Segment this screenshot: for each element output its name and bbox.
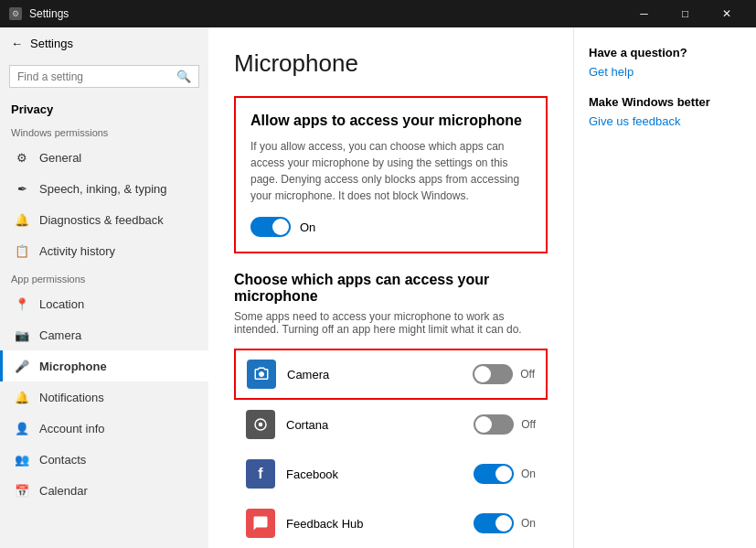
- feedbackhub-toggle[interactable]: [474, 513, 514, 533]
- activity-icon: 📋: [14, 242, 30, 259]
- camera-app-name: Camera: [287, 368, 473, 381]
- camera-toggle-row: Off: [473, 364, 535, 384]
- app-list: Camera Off Cortana: [234, 349, 548, 548]
- minimize-button[interactable]: ─: [623, 0, 665, 27]
- calendar-label: Calendar: [39, 484, 88, 498]
- cortana-app-icon: [246, 410, 275, 439]
- facebook-toggle-row: On: [474, 464, 536, 484]
- search-input[interactable]: [17, 70, 176, 83]
- choose-heading: Choose which apps can access your microp…: [234, 272, 548, 305]
- general-icon: ⚙: [14, 149, 30, 166]
- allow-toggle[interactable]: [250, 217, 291, 237]
- app-row-camera: Camera Off: [234, 349, 548, 400]
- maximize-button[interactable]: □: [665, 0, 706, 27]
- calendar-icon: 📅: [14, 482, 30, 499]
- cortana-toggle[interactable]: [474, 414, 514, 435]
- activity-label: Activity history: [39, 244, 115, 258]
- location-icon: 📍: [14, 295, 30, 312]
- app-perms-label: App permissions: [0, 266, 208, 288]
- better-label: Make Windows better: [589, 95, 741, 109]
- sidebar: ← Settings 🔍 Privacy Windows permissions…: [0, 27, 208, 548]
- sidebar-item-microphone[interactable]: 🎤 Microphone: [0, 350, 208, 381]
- allow-description: If you allow access, you can choose whic…: [250, 138, 531, 204]
- choose-description: Some apps need to access your microphone…: [234, 310, 548, 336]
- side-panel: Have a question? Get help Make Windows b…: [573, 27, 756, 548]
- allow-heading: Allow apps to access your microphone: [250, 113, 531, 129]
- feedbackhub-app-name-block: Feedback Hub: [286, 517, 474, 531]
- sidebar-item-notifications[interactable]: 🔔 Notifications: [0, 381, 208, 413]
- facebook-toggle[interactable]: [474, 464, 514, 484]
- camera-toggle-thumb: [474, 366, 491, 382]
- question-label: Have a question?: [589, 46, 741, 59]
- back-label: Settings: [30, 37, 73, 50]
- feedback-link[interactable]: Give us feedback: [589, 114, 741, 128]
- sidebar-item-activity[interactable]: 📋 Activity history: [0, 235, 208, 266]
- allow-toggle-label: On: [300, 220, 315, 234]
- choose-section: Choose which apps can access your microp…: [234, 272, 548, 548]
- microphone-nav-icon: 🎤: [14, 358, 30, 374]
- facebook-app-icon: f: [246, 459, 275, 489]
- app-icon: ⚙: [9, 7, 22, 20]
- notifications-icon: 🔔: [14, 389, 30, 405]
- search-box[interactable]: 🔍: [9, 65, 199, 88]
- feedbackhub-app-name: Feedback Hub: [286, 517, 474, 531]
- facebook-app-name: Facebook: [286, 467, 474, 481]
- diagnostics-icon: 🔔: [14, 211, 30, 228]
- main-content: Microphone Allow apps to access your mic…: [208, 27, 573, 548]
- sidebar-item-camera[interactable]: 📷 Camera: [0, 319, 208, 350]
- diagnostics-label: Diagnostics & feedback: [39, 213, 164, 227]
- speech-icon: ✒: [14, 180, 30, 197]
- camera-nav-icon: 📷: [14, 327, 30, 343]
- contacts-label: Contacts: [39, 453, 86, 467]
- camera-app-icon: [247, 360, 276, 389]
- camera-app-name-block: Camera: [287, 368, 473, 381]
- notifications-label: Notifications: [39, 391, 104, 404]
- feedbackhub-toggle-row: On: [474, 513, 536, 533]
- sidebar-item-speech[interactable]: ✒ Speech, inking, & typing: [0, 173, 208, 204]
- microphone-nav-label: Microphone: [39, 360, 107, 373]
- allow-section: Allow apps to access your microphone If …: [234, 96, 548, 253]
- facebook-app-name-block: Facebook: [286, 467, 474, 481]
- sidebar-item-calendar[interactable]: 📅 Calendar: [0, 475, 208, 506]
- svg-point-1: [259, 423, 263, 427]
- speech-label: Speech, inking, & typing: [39, 182, 166, 196]
- allow-toggle-row: On: [250, 217, 531, 237]
- location-label: Location: [39, 297, 84, 311]
- title-bar: ⚙ Settings ─ □ ✕: [0, 0, 756, 27]
- contacts-icon: 👥: [14, 451, 30, 467]
- feedbackhub-toggle-label: On: [521, 517, 536, 530]
- page-title: Microphone: [234, 49, 548, 78]
- app-row-feedbackhub: Feedback Hub On: [234, 499, 548, 548]
- back-icon: ←: [11, 37, 23, 50]
- general-label: General: [39, 151, 81, 165]
- app-row-facebook: f Facebook On: [234, 449, 548, 499]
- facebook-toggle-label: On: [521, 467, 536, 480]
- windows-perms-label: Windows permissions: [0, 120, 208, 142]
- toggle-thumb: [272, 219, 289, 235]
- close-button[interactable]: ✕: [706, 0, 747, 27]
- title-bar-title: Settings: [29, 7, 69, 20]
- sidebar-item-location[interactable]: 📍 Location: [0, 288, 208, 319]
- camera-toggle-label: Off: [520, 368, 535, 381]
- get-help-link[interactable]: Get help: [589, 65, 741, 79]
- cortana-app-name-block: Cortana: [286, 418, 474, 432]
- search-icon: 🔍: [176, 70, 191, 83]
- feedbackhub-app-icon: [246, 509, 275, 538]
- accountinfo-icon: 👤: [14, 420, 30, 436]
- back-button[interactable]: ← Settings: [0, 27, 208, 59]
- accountinfo-label: Account info: [39, 422, 105, 435]
- sidebar-item-contacts[interactable]: 👥 Contacts: [0, 444, 208, 475]
- app-container: ← Settings 🔍 Privacy Windows permissions…: [0, 27, 756, 548]
- window-controls: ─ □ ✕: [623, 0, 747, 27]
- cortana-app-name: Cortana: [286, 418, 474, 432]
- privacy-label: Privacy: [0, 97, 208, 120]
- sidebar-item-diagnostics[interactable]: 🔔 Diagnostics & feedback: [0, 204, 208, 235]
- sidebar-item-accountinfo[interactable]: 👤 Account info: [0, 413, 208, 444]
- cortana-toggle-label: Off: [521, 418, 536, 431]
- cortana-toggle-row: Off: [474, 414, 536, 435]
- app-row-cortana: Cortana Off: [234, 400, 548, 449]
- camera-toggle[interactable]: [473, 364, 513, 384]
- sidebar-item-general[interactable]: ⚙ General: [0, 142, 208, 173]
- camera-nav-label: Camera: [39, 328, 81, 342]
